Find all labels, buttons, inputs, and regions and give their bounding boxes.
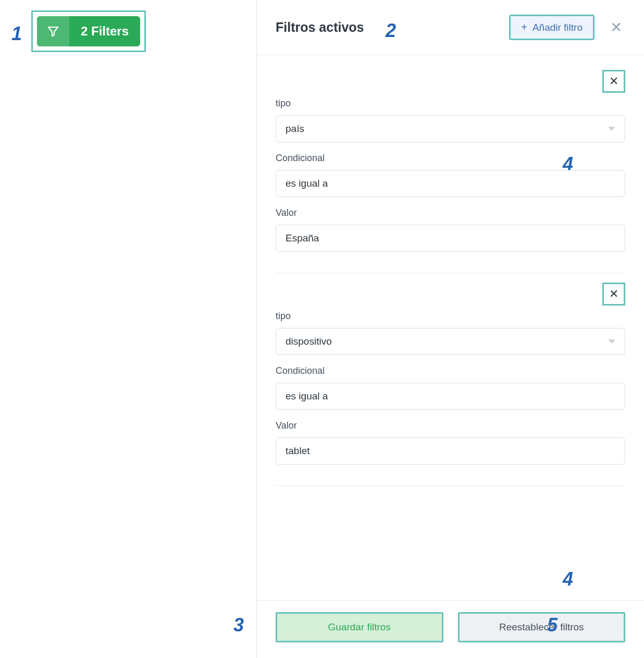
add-filter-label: Añadir filtro	[532, 22, 583, 33]
value-label: Valor	[276, 208, 625, 218]
value-input[interactable]: España	[276, 225, 625, 252]
filter-remove-row: 4 ✕	[276, 70, 625, 93]
type-select-value: país	[286, 123, 304, 135]
type-label: tipo	[276, 311, 625, 322]
conditional-value: es igual a	[286, 391, 328, 402]
close-panel-icon[interactable]: ✕	[610, 20, 622, 35]
conditional-input[interactable]: es igual a	[276, 170, 625, 197]
filters-chip[interactable]: 2 Filters	[37, 16, 140, 46]
left-area: 2 Filters	[0, 0, 256, 658]
type-select-value: dispositivo	[286, 336, 332, 347]
reset-filters-button[interactable]: Reestablecer filtros	[458, 612, 626, 642]
conditional-input[interactable]: es igual a	[276, 383, 625, 410]
save-filters-button[interactable]: Guardar filtros	[276, 612, 443, 642]
filters-chip-label: 2 Filters	[69, 16, 140, 46]
annotation-marker: 5	[547, 614, 558, 636]
annotation-marker: 2	[386, 20, 396, 42]
add-filter-button[interactable]: + Añadir filtro	[509, 15, 595, 40]
annotation-marker: 1	[11, 23, 22, 45]
save-filters-label: Guardar filtros	[277, 614, 442, 641]
conditional-value: es igual a	[286, 178, 328, 189]
conditional-label: Condicional	[276, 365, 625, 376]
annotation-marker: 4	[563, 568, 573, 590]
filter-remove-row: 4 ✕	[276, 283, 625, 306]
filter-block: 4 ✕ tipo país Condicional es igual a Val…	[276, 60, 625, 273]
remove-filter-button[interactable]: ✕	[602, 283, 625, 306]
plus-icon: +	[521, 21, 527, 33]
reset-filters-label: Reestablecer filtros	[460, 614, 624, 641]
filter-block: 4 ✕ tipo dispositivo Condicional es igua…	[276, 273, 625, 486]
panel-header: Filtros activos + Añadir filtro ✕	[257, 0, 644, 55]
type-label: tipo	[276, 98, 625, 109]
value-value: tablet	[286, 445, 309, 457]
value-label: Valor	[276, 420, 625, 431]
panel-body: 4 ✕ tipo país Condicional es igual a Val…	[257, 55, 644, 600]
type-select[interactable]: país	[276, 115, 625, 142]
type-select[interactable]: dispositivo	[276, 328, 625, 355]
annotation-marker: 3	[233, 614, 244, 636]
value-input[interactable]: tablet	[276, 437, 625, 465]
filters-chip-wrapper: 2 Filters	[31, 10, 146, 52]
filter-icon	[37, 16, 69, 46]
value-value: España	[286, 233, 319, 244]
filters-panel: Filtros activos + Añadir filtro ✕ 4 ✕ ti…	[256, 0, 644, 658]
panel-footer: Guardar filtros Reestablecer filtros	[257, 600, 644, 658]
remove-filter-button[interactable]: ✕	[602, 70, 625, 93]
